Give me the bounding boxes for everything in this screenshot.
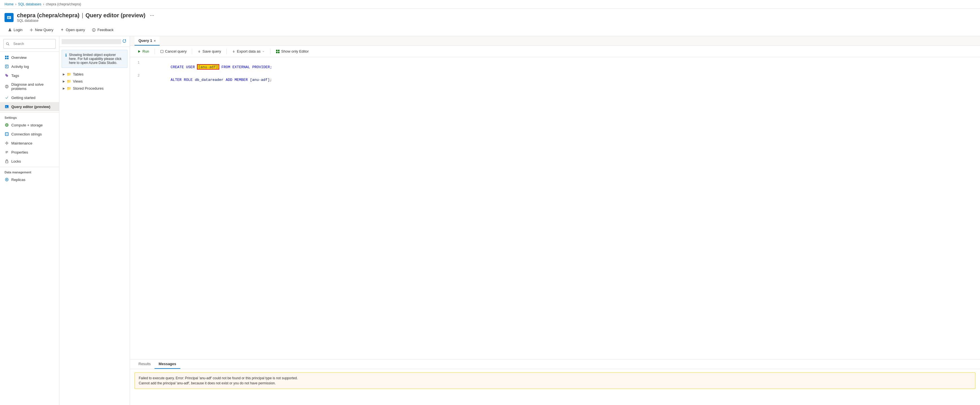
breadcrumb-home[interactable]: Home — [5, 2, 14, 6]
show-only-editor-label: Show only Editor — [281, 49, 309, 53]
main-layout: Overview Activity log Tags — [0, 36, 980, 405]
line-content-1: CREATE USER [anu-adf] FROM EXTERNAL PROV… — [144, 61, 980, 73]
svg-rect-0 — [7, 16, 11, 19]
compute-icon — [5, 123, 9, 127]
login-label: Login — [14, 28, 22, 32]
tables-chevron: ▶ — [63, 73, 65, 76]
results-tab-results[interactable]: Results — [135, 359, 154, 369]
query-tab-1[interactable]: Query 1 × — [135, 36, 160, 46]
stored-procedures-folder-icon: 📁 — [67, 86, 71, 91]
settings-section-label: Settings — [0, 112, 59, 121]
sidebar-item-activity-log-label: Activity log — [11, 64, 29, 69]
more-options-button[interactable]: ··· — [150, 13, 154, 18]
svg-rect-2 — [8, 18, 10, 18]
open-query-icon — [60, 28, 64, 32]
sidebar-item-diagnose[interactable]: Diagnose and solve problems — [0, 80, 59, 93]
blurred-content — [62, 39, 121, 44]
resource-icon — [5, 13, 14, 22]
tables-folder-icon: 📁 — [67, 72, 71, 77]
new-query-button[interactable]: New Query — [26, 24, 57, 36]
info-box[interactable]: ℹ Showing limited object explorer here. … — [62, 50, 127, 68]
sidebar-item-getting-started[interactable]: Getting started — [0, 93, 59, 102]
sidebar-item-query-editor[interactable]: Query editor (preview) — [0, 102, 59, 111]
toolbar-sep-3 — [226, 49, 227, 54]
editor-area: Query 1 × Run Cancel query Save q — [130, 36, 980, 405]
getting-started-icon — [5, 95, 9, 100]
sidebar-item-locks[interactable]: Locks — [0, 157, 59, 166]
sidebar-item-connection-strings-label: Connection strings — [11, 132, 42, 136]
svg-rect-13 — [7, 56, 8, 57]
info-text: Showing limited object explorer here. Fo… — [69, 53, 124, 65]
results-tab-messages[interactable]: Messages — [154, 359, 180, 369]
editor-toolbar: Run Cancel query Save query Export data … — [130, 46, 980, 57]
svg-point-25 — [6, 124, 7, 126]
refresh-button[interactable] — [121, 38, 127, 45]
main-header: chepra (chepra/chepra) | Query editor (p… — [0, 9, 980, 24]
run-button[interactable]: Run — [135, 48, 152, 55]
sidebar-item-compute-storage[interactable]: Compute + storage — [0, 121, 59, 129]
sidebar-item-connection-strings[interactable]: Connection strings — [0, 129, 59, 139]
sidebar-search-wrap[interactable] — [3, 39, 56, 49]
svg-rect-14 — [5, 58, 6, 59]
breadcrumb-sep-1: › — [15, 2, 16, 6]
tree-item-views-label: Views — [73, 79, 83, 83]
error-message: Failed to execute query. Error: Principa… — [135, 373, 975, 389]
cancel-icon — [160, 50, 164, 53]
code-editor[interactable]: 1 CREATE USER [anu-adf] FROM EXTERNAL PR… — [130, 57, 980, 359]
resource-type: SQL database — [17, 19, 154, 22]
sidebar-item-properties[interactable]: Properties — [0, 148, 59, 157]
feedback-button[interactable]: Feedback — [88, 24, 117, 36]
cancel-query-label: Cancel query — [165, 49, 187, 53]
sidebar-item-diagnose-label: Diagnose and solve problems — [11, 82, 54, 91]
sidebar-item-locks-label: Locks — [11, 159, 21, 163]
breadcrumb-sql-databases[interactable]: SQL databases — [18, 2, 41, 6]
save-query-button[interactable]: Save query — [194, 48, 224, 55]
code-line-2: 2 ALTER ROLE db_datareader ADD MEMBER [a… — [130, 73, 980, 86]
object-explorer-toolbar — [59, 36, 130, 47]
info-icon: ℹ — [65, 53, 67, 65]
breadcrumb-sep-2: › — [43, 2, 44, 6]
sidebar-item-activity-log[interactable]: Activity log — [0, 62, 59, 71]
tree-item-stored-procedures-label: Stored Procedures — [73, 86, 103, 91]
overview-icon — [5, 55, 9, 60]
search-input[interactable] — [11, 40, 53, 47]
page-title: chepra (chepra/chepra) — [17, 12, 80, 19]
export-data-label: Export data as — [237, 49, 261, 53]
svg-rect-16 — [5, 65, 8, 68]
views-chevron: ▶ — [63, 80, 65, 83]
tree-item-stored-procedures[interactable]: ▶ 📁 Stored Procedures — [59, 85, 130, 92]
tree-item-views[interactable]: ▶ 📁 Views — [59, 78, 130, 85]
cancel-query-button[interactable]: Cancel query — [157, 48, 190, 55]
sidebar-item-query-editor-label: Query editor (preview) — [11, 105, 50, 109]
show-only-editor-button[interactable]: Show only Editor — [273, 48, 312, 55]
login-button[interactable]: Login — [5, 24, 26, 36]
export-data-button[interactable]: Export data as — [229, 48, 268, 55]
sidebar-item-tags[interactable]: Tags — [0, 71, 59, 80]
query-tabs: Query 1 × — [130, 36, 980, 46]
toolbar-sep-4 — [270, 49, 270, 54]
run-icon — [138, 50, 141, 53]
svg-point-24 — [5, 124, 8, 127]
svg-point-10 — [6, 43, 9, 45]
maintenance-icon — [5, 141, 9, 145]
sidebar-item-properties-label: Properties — [11, 150, 28, 155]
sidebar-item-replicas[interactable]: Replicas — [0, 175, 59, 184]
kw-create-user: CREATE USER — [171, 65, 197, 69]
results-tab-messages-label: Messages — [159, 362, 176, 366]
kw-add-member: ADD MEMBER — [224, 78, 250, 82]
sidebar-nav: Overview Activity log Tags — [0, 52, 59, 405]
open-query-button[interactable]: Open query — [57, 24, 88, 36]
sidebar-item-tags-label: Tags — [11, 73, 19, 78]
content-area: ℹ Showing limited object explorer here. … — [59, 36, 980, 405]
title-separator: | — [82, 12, 83, 19]
search-icon — [6, 42, 10, 46]
sidebar-item-overview[interactable]: Overview — [0, 53, 59, 62]
svg-point-29 — [6, 142, 7, 144]
run-label: Run — [142, 49, 149, 53]
line-number-2: 2 — [130, 74, 144, 78]
tree-item-tables[interactable]: ▶ 📁 Tables — [59, 71, 130, 78]
toolbar-sep-2 — [192, 49, 192, 54]
sidebar-item-maintenance[interactable]: Maintenance — [0, 139, 59, 148]
line-number-1: 1 — [130, 61, 144, 65]
query-tab-1-close[interactable]: × — [154, 39, 156, 42]
